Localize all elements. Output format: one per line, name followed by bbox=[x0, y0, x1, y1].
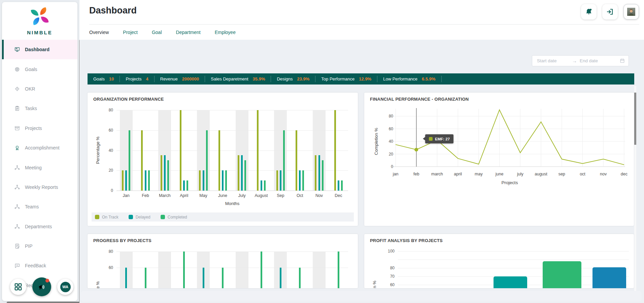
sign-in-button[interactable] bbox=[602, 4, 618, 20]
main-scrollbar-thumb[interactable] bbox=[634, 93, 636, 145]
bar-on-track[interactable] bbox=[122, 170, 124, 191]
tab-goal[interactable]: Goal bbox=[152, 28, 162, 37]
bar-on-track[interactable] bbox=[296, 130, 297, 191]
bar-completed[interactable] bbox=[302, 170, 304, 191]
sidebar-nav: DashboardGoalsOKRTasksProjectsAccomplish… bbox=[2, 40, 77, 295]
bar-on-track[interactable] bbox=[257, 110, 259, 191]
end-date-input[interactable] bbox=[580, 58, 615, 63]
bar-on-track[interactable] bbox=[199, 170, 201, 191]
whatsapp-button[interactable]: WA bbox=[57, 279, 73, 295]
profit-bar[interactable] bbox=[494, 276, 527, 288]
bar-completed[interactable] bbox=[167, 160, 169, 191]
stat-value: 2000000 bbox=[182, 76, 199, 81]
bar-delayed[interactable] bbox=[280, 268, 281, 288]
tab-employee[interactable]: Employee bbox=[215, 28, 236, 37]
bar-delayed[interactable] bbox=[261, 180, 262, 191]
bar-completed[interactable] bbox=[261, 251, 262, 288]
sign-in-icon bbox=[606, 8, 614, 16]
bar-delayed[interactable] bbox=[241, 155, 243, 191]
bar-on-track[interactable] bbox=[141, 130, 143, 191]
brand-name: NIMBLE bbox=[2, 30, 77, 35]
profile-avatar[interactable] bbox=[623, 4, 639, 20]
sidebar-item-teams[interactable]: Teams bbox=[2, 197, 77, 216]
sidebar-item-projects[interactable]: Projects bbox=[2, 119, 77, 138]
bar-completed[interactable] bbox=[187, 180, 188, 191]
profit-bar[interactable] bbox=[592, 267, 626, 289]
bottom-scrollbar-track[interactable] bbox=[81, 291, 642, 302]
sidebar-item-label: Teams bbox=[25, 204, 39, 209]
gridline bbox=[398, 260, 629, 260]
sidebar-item-pip[interactable]: PIP bbox=[2, 236, 77, 256]
org-performance-plot bbox=[116, 110, 348, 191]
sidebar-item-meeting[interactable]: Meeting bbox=[2, 158, 77, 177]
bar-delayed[interactable] bbox=[222, 170, 224, 191]
bell-icon bbox=[585, 8, 593, 16]
apps-launcher-button[interactable] bbox=[10, 279, 26, 295]
bar-completed[interactable] bbox=[225, 170, 227, 191]
tab-overview[interactable]: Overview bbox=[89, 28, 109, 37]
sidebar-item-tasks[interactable]: Tasks bbox=[2, 99, 77, 118]
svg-text:july: july bbox=[517, 172, 524, 176]
bar-delayed[interactable] bbox=[280, 170, 281, 191]
legend-item-on-track[interactable]: On Track bbox=[95, 215, 118, 220]
legend-label: Completed bbox=[168, 215, 187, 220]
sidebar-item-dashboard[interactable]: Dashboard bbox=[2, 40, 77, 59]
bar-completed[interactable] bbox=[283, 130, 285, 191]
legend-item-delayed[interactable]: Delayed bbox=[129, 215, 150, 220]
calendar-icon[interactable] bbox=[619, 58, 625, 64]
meeting-icon bbox=[14, 165, 20, 171]
bar-delayed[interactable] bbox=[125, 268, 127, 288]
bar-delayed[interactable] bbox=[145, 170, 146, 191]
bar-on-track[interactable] bbox=[218, 130, 220, 191]
bar-delayed[interactable] bbox=[203, 268, 204, 288]
stat-label: Sales Deparetment bbox=[211, 76, 248, 81]
bar-completed[interactable] bbox=[264, 180, 266, 191]
goals-icon bbox=[14, 66, 20, 72]
bar-delayed[interactable] bbox=[299, 170, 301, 191]
bar-delayed[interactable] bbox=[183, 180, 185, 191]
progress-plot bbox=[116, 251, 348, 288]
start-date-input[interactable] bbox=[537, 58, 572, 63]
bar-delayed[interactable] bbox=[338, 180, 339, 191]
sidebar-item-accomplishment[interactable]: Accomplishment bbox=[2, 138, 77, 158]
bar-delayed[interactable] bbox=[318, 155, 320, 191]
bar-completed[interactable] bbox=[206, 130, 208, 191]
chart-tooltip: EMF: 27 bbox=[425, 134, 453, 143]
profit-bar[interactable] bbox=[543, 261, 581, 288]
bar-completed[interactable] bbox=[322, 160, 324, 191]
sidebar-horizontal-scrollbar[interactable] bbox=[7, 302, 81, 303]
legend-item-completed[interactable]: Completed bbox=[161, 215, 187, 220]
bar-on-track[interactable] bbox=[180, 110, 181, 191]
bar-delayed[interactable] bbox=[203, 170, 204, 191]
bar-on-track[interactable] bbox=[276, 170, 278, 191]
sidebar-item-feedback[interactable]: FeedBack bbox=[2, 256, 77, 275]
bar-completed[interactable] bbox=[148, 170, 150, 191]
sidebar-item-okr[interactable]: OKR bbox=[2, 79, 77, 99]
sidebar-item-goals[interactable]: Goals bbox=[2, 59, 77, 79]
bar-on-track[interactable] bbox=[334, 110, 336, 191]
bar-completed[interactable] bbox=[183, 251, 185, 288]
bar-on-track[interactable] bbox=[161, 155, 162, 191]
announcements-button[interactable] bbox=[32, 277, 51, 296]
bar-on-track[interactable] bbox=[238, 155, 239, 191]
tab-department[interactable]: Department bbox=[176, 28, 201, 37]
bar-completed[interactable] bbox=[129, 130, 130, 191]
tab-project[interactable]: Project bbox=[123, 28, 138, 37]
x-tick-label: Dec bbox=[329, 193, 348, 198]
bar-completed[interactable] bbox=[338, 251, 339, 288]
bar-completed[interactable] bbox=[299, 268, 301, 288]
notifications-button[interactable] bbox=[581, 4, 597, 20]
bar-completed[interactable] bbox=[222, 268, 224, 288]
sidebar-item-weekly-reports[interactable]: Weekly Reports bbox=[2, 177, 77, 197]
tabs: OverviewProjectGoalDepartmentEmployee bbox=[89, 28, 236, 37]
svg-text:nov: nov bbox=[600, 172, 607, 176]
x-tick-label: Jan bbox=[116, 193, 136, 198]
bar-on-track[interactable] bbox=[315, 155, 316, 191]
stat-value: 12.9% bbox=[359, 76, 371, 81]
sidebar-item-departments[interactable]: Departments bbox=[2, 217, 77, 236]
bar-delayed[interactable] bbox=[164, 155, 166, 191]
bar-completed[interactable] bbox=[341, 180, 343, 191]
bar-delayed[interactable] bbox=[125, 170, 127, 191]
bar-completed[interactable] bbox=[145, 268, 146, 288]
bar-completed[interactable] bbox=[244, 160, 246, 191]
